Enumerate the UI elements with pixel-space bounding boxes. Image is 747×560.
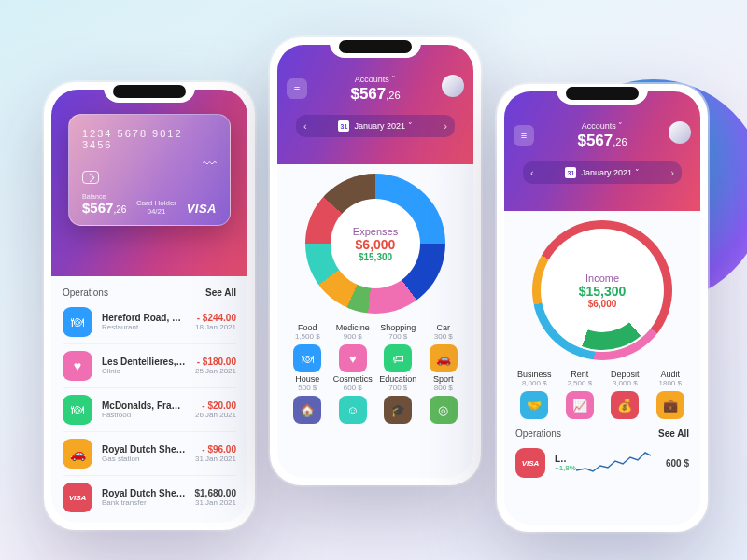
accounts-dropdown[interactable]: Accounts ˅ [289, 75, 462, 84]
category-icon: 🏷 [384, 344, 412, 372]
category-amount: 900 $ [344, 332, 362, 341]
operations-heading: Operations [515, 428, 561, 439]
card-chip-icon [82, 171, 99, 184]
operation-icon: 🍽 [63, 395, 92, 425]
operation-subtitle: Clinic [102, 367, 186, 375]
prev-month-button[interactable]: ‹ [303, 120, 307, 132]
operation-row[interactable]: 🍽McDonalds, FranceFastfood- $20.0026 Jan… [51, 391, 247, 428]
date-picker[interactable]: 31 January 2021 ˅ [338, 120, 412, 132]
phone-expenses: ≡ Accounts ˅ $567,26 ‹ 31 January 2021 ˅… [270, 37, 481, 485]
category-amount: 8,000 $ [522, 379, 547, 387]
category-label: Shopping [380, 323, 416, 332]
donut-label: Expenses [353, 226, 398, 237]
operation-title: Royal Dutch Shell, Italy [102, 444, 186, 455]
operation-subtitle: Gas station [102, 455, 186, 463]
operation-date: 31 Jan 2021 [195, 455, 236, 463]
card-brand: VISA [187, 202, 217, 216]
category-icon: 🍽 [293, 344, 321, 372]
see-all-link[interactable]: See All [205, 287, 236, 298]
operation-row[interactable]: VISARoyal Dutch Shell, ItalyBank transfe… [51, 479, 247, 516]
credit-card[interactable]: 1234 5678 9012 3456 〰 Balance $567,26 Ca… [68, 114, 231, 226]
category-sport[interactable]: Sport800 $◎ [423, 374, 465, 424]
category-label: House [295, 374, 319, 384]
calendar-icon: 31 [338, 120, 349, 132]
category-deposit[interactable]: Deposit3,000 $💰 [604, 370, 646, 419]
operations-heading: Operations [63, 287, 108, 298]
category-car[interactable]: Car300 $🚗 [423, 323, 465, 372]
operation-amount: $1,680.00 [195, 488, 237, 498]
operation-date: 18 Jan 2021 [195, 323, 236, 331]
operation-row[interactable]: ♥Les Dentellieres, FranceClinic- $180.00… [51, 347, 247, 385]
operation-title: Hereford Road, London [102, 313, 186, 323]
operation-subtitle: Bank transfer [102, 498, 186, 507]
operation-subtitle: Fastfood [102, 411, 186, 419]
operation-row[interactable]: 🚗Royal Dutch Shell, ItalyGas station- $9… [51, 435, 247, 472]
donut-secondary: $15,300 [359, 252, 392, 262]
phone-notch [104, 82, 195, 103]
header-balance: $567,26 [289, 85, 462, 104]
category-label: Sport [433, 374, 454, 384]
category-icon: 📈 [566, 391, 594, 419]
operation-title: LB [555, 454, 567, 464]
card-header: 1234 5678 9012 3456 〰 Balance $567,26 Ca… [51, 90, 247, 276]
category-amount: 500 $ [298, 384, 317, 392]
see-all-link[interactable]: See All [658, 428, 689, 439]
category-amount: 800 $ [434, 384, 453, 392]
category-amount: 300 $ [434, 332, 453, 341]
phone-notch [557, 84, 648, 105]
operation-change: +1,8% [555, 464, 567, 472]
operation-amount: - $96.00 [195, 444, 236, 455]
category-education[interactable]: Education700 $🎓 [377, 374, 419, 424]
category-icon: ♥ [339, 344, 367, 372]
category-amount: 700 $ [388, 332, 407, 341]
category-medicine[interactable]: Medicine900 $♥ [332, 323, 374, 372]
category-icon: 💼 [656, 391, 684, 419]
category-house[interactable]: House500 $🏠 [287, 374, 329, 424]
card-holder: Card Holder 04/21 [136, 199, 176, 216]
category-business[interactable]: Business8,000 $🤝 [514, 370, 556, 419]
phone-operations: 1234 5678 9012 3456 〰 Balance $567,26 Ca… [44, 82, 255, 530]
donut-primary: $6,000 [356, 237, 396, 252]
next-month-button[interactable]: › [670, 167, 674, 178]
operation-amount: - $20.00 [195, 400, 236, 411]
donut-secondary: $6,000 [588, 299, 617, 309]
operation-row[interactable]: 🍽Hereford Road, LondonRestaurant- $244.0… [51, 303, 247, 341]
category-label: Education [379, 374, 416, 384]
category-amount: 700 $ [388, 384, 407, 392]
header-balance: $567,26 [515, 132, 689, 150]
donut-primary: $15,300 [579, 284, 627, 299]
phone-income: ≡ Accounts ˅ $567,26 ‹ 31 January 2021 ˅… [497, 84, 708, 532]
category-label: Audit [660, 370, 680, 379]
category-icon: 🚗 [430, 344, 458, 372]
operation-icon: VISA [63, 483, 92, 512]
category-amount: 3,000 $ [613, 379, 638, 387]
expenses-donut-chart[interactable]: Expenses $6,000 $15,300 [305, 174, 445, 314]
category-label: Business [517, 370, 552, 379]
category-icon: ☺ [339, 396, 367, 424]
income-donut-chart[interactable]: Income $15,300 $6,000 [532, 220, 672, 360]
category-cosmetics[interactable]: Cosmetics600 $☺ [332, 374, 374, 424]
date-picker[interactable]: 31 January 2021 ˅ [565, 167, 639, 178]
operation-icon: 🍽 [63, 307, 92, 337]
category-shopping[interactable]: Shopping700 $🏷 [377, 323, 419, 372]
operation-title: Les Dentellieres, France [102, 357, 186, 367]
accounts-dropdown[interactable]: Accounts ˅ [515, 121, 689, 131]
prev-month-button[interactable]: ‹ [530, 167, 534, 178]
operation-title: McDonalds, France [102, 400, 186, 411]
category-icon: 🤝 [520, 391, 548, 419]
category-amount: 600 $ [344, 384, 362, 392]
category-food[interactable]: Food1,500 $🍽 [287, 323, 329, 372]
category-amount: 1,500 $ [295, 332, 320, 341]
category-label: Food [298, 323, 317, 332]
category-icon: 🎓 [384, 396, 412, 424]
category-label: Cosmetics [333, 374, 373, 384]
category-label: Car [436, 323, 450, 332]
category-rent[interactable]: Rent2,500 $📈 [559, 370, 601, 419]
operation-subtitle: Restaurant [102, 323, 186, 331]
operation-icon: 🚗 [63, 439, 92, 469]
operation-row[interactable]: VISA LB +1,8% 600 $ [504, 444, 700, 482]
next-month-button[interactable]: › [444, 120, 447, 132]
operation-title: Royal Dutch Shell, Italy [102, 488, 186, 498]
calendar-icon: 31 [565, 167, 576, 178]
category-audit[interactable]: Audit1800 $💼 [650, 370, 692, 419]
